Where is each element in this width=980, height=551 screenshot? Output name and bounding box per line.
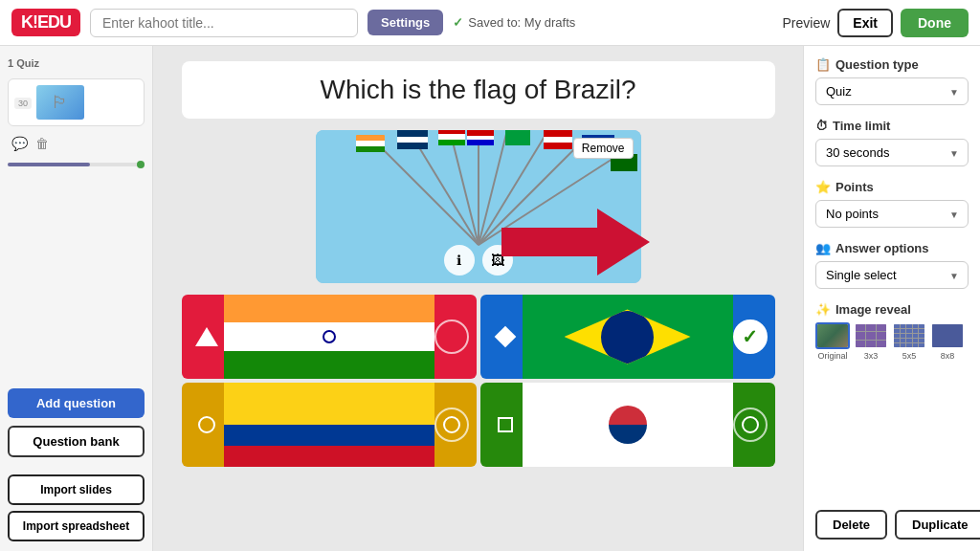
points-label: ⭐ Points xyxy=(815,180,969,194)
answer-cell-3[interactable] xyxy=(182,383,477,467)
preview-button[interactable]: Preview xyxy=(783,15,831,31)
reveal-original-preview xyxy=(817,324,848,347)
question-type-icon: 📋 xyxy=(815,57,831,72)
sidebar-bottom: Import slides Import spreadsheet xyxy=(8,474,145,541)
remove-button[interactable]: Remove xyxy=(573,138,634,159)
svg-rect-15 xyxy=(467,140,494,145)
answer-options-section: 👥 Answer options Single select ▼ xyxy=(815,241,969,289)
main-layout: 1 Quiz 30 🏳 💬 🗑 Add question Question ba… xyxy=(0,46,980,551)
answer-icon-square xyxy=(488,408,523,442)
question-type-section: 📋 Question type Quiz ▼ xyxy=(815,57,969,105)
reveal-5x5-img xyxy=(892,322,926,349)
question-type-select[interactable]: Quiz xyxy=(815,77,969,105)
canvas: Which is the flag of Brazil? xyxy=(153,46,803,551)
answer-icon-diamond xyxy=(488,320,523,354)
answers-grid: ✓ xyxy=(182,295,775,467)
svg-rect-11 xyxy=(438,140,465,145)
chat-icon[interactable]: 💬 xyxy=(11,136,28,151)
import-slides-button[interactable]: Import slides xyxy=(8,474,145,505)
reveal-5x5-label: 5x5 xyxy=(902,351,917,361)
reveal-3x3-grid xyxy=(856,324,886,347)
progress-bar xyxy=(8,163,145,166)
reveal-5x5-grid xyxy=(894,324,924,347)
image-reveal-label: ✨ Image reveal xyxy=(815,302,969,317)
reveal-3x3-img xyxy=(854,322,888,349)
answer-cell-1[interactable] xyxy=(182,295,477,379)
time-limit-section: ⏱ Time limit 30 seconds ▼ xyxy=(815,119,969,166)
time-limit-select-wrapper: 30 seconds ▼ xyxy=(815,139,969,166)
checkmark-correct: ✓ xyxy=(742,325,758,348)
sparkle-icon: ✨ xyxy=(815,302,831,317)
logo: K!EDU xyxy=(11,9,80,36)
reveal-8x8-label: 8x8 xyxy=(941,351,955,361)
answer-options-label: 👥 Answer options xyxy=(815,241,969,255)
answer-options-select[interactable]: Single select xyxy=(815,261,969,289)
quiz-item[interactable]: 30 🏳 xyxy=(8,78,145,126)
exit-button[interactable]: Exit xyxy=(837,9,893,37)
time-limit-select[interactable]: 30 seconds xyxy=(815,139,969,166)
answer-flag-colombia xyxy=(224,383,434,467)
question-type-label: 📋 Question type xyxy=(815,57,969,72)
points-select-wrapper: No points ▼ xyxy=(815,200,969,228)
info-button[interactable]: ℹ xyxy=(444,245,475,276)
right-panel: 📋 Question type Quiz ▼ ⏱ Time limit 30 s… xyxy=(803,46,980,551)
points-select[interactable]: No points xyxy=(815,200,969,228)
checkmark-icon: ✓ xyxy=(453,15,463,30)
points-section: ⭐ Points No points ▼ xyxy=(815,180,969,228)
reveal-5x5[interactable]: 5x5 xyxy=(892,322,926,361)
quiz-item-time: 30 xyxy=(14,98,32,109)
answer-options-icon: 👥 xyxy=(815,241,831,255)
svg-rect-14 xyxy=(467,136,494,140)
clock-icon: ⏱ xyxy=(815,119,828,133)
svg-rect-7 xyxy=(397,137,428,143)
reveal-original-img xyxy=(815,322,850,349)
saved-status: ✓ Saved to: My drafts xyxy=(453,15,772,30)
panel-bottom-actions: Delete Duplicate xyxy=(815,510,969,540)
sidebar: 1 Quiz 30 🏳 💬 🗑 Add question Question ba… xyxy=(0,46,153,551)
star-icon: ⭐ xyxy=(815,180,831,194)
svg-rect-13 xyxy=(467,130,494,136)
progress-dot xyxy=(137,161,145,168)
answer-icon-triangle xyxy=(189,320,224,354)
progress-fill xyxy=(8,163,90,166)
svg-rect-10 xyxy=(438,134,465,140)
answer-check-3 xyxy=(434,408,469,442)
quiz-label: 1 Quiz xyxy=(8,55,145,71)
sidebar-icons: 💬 🗑 xyxy=(8,134,145,153)
reveal-original[interactable]: Original xyxy=(815,322,850,361)
image-button[interactable]: 🖼 xyxy=(482,245,513,276)
answer-cell-2[interactable]: ✓ xyxy=(480,295,775,379)
reveal-3x3[interactable]: 3x3 xyxy=(854,322,888,361)
answer-check-2-correct: ✓ xyxy=(733,320,768,354)
trash-icon[interactable]: 🗑 xyxy=(35,136,49,151)
answer-cell-4[interactable] xyxy=(480,383,775,467)
media-controls: ℹ 🖼 xyxy=(444,245,513,276)
image-reveal-section: ✨ Image reveal Original xyxy=(815,302,969,361)
reveal-8x8-grid xyxy=(932,324,963,347)
answer-icon-circle xyxy=(189,408,224,442)
title-input[interactable] xyxy=(90,9,358,37)
reveal-options: Original 3x3 xyxy=(815,322,969,361)
reveal-original-label: Original xyxy=(817,351,847,361)
svg-rect-20 xyxy=(544,137,572,143)
add-question-button[interactable]: Add question xyxy=(8,388,145,418)
answer-check-1 xyxy=(434,320,469,354)
question-type-select-wrapper: Quiz ▼ xyxy=(815,77,969,105)
answer-check-4 xyxy=(733,408,768,442)
reveal-3x3-label: 3x3 xyxy=(864,351,879,361)
answer-flag-korea xyxy=(523,383,733,467)
saved-text: Saved to: My drafts xyxy=(468,15,575,30)
import-spreadsheet-button[interactable]: Import spreadsheet xyxy=(8,511,145,541)
delete-button[interactable]: Delete xyxy=(815,510,887,540)
question-bank-button[interactable]: Question bank xyxy=(8,426,145,457)
answer-flag-brazil xyxy=(523,295,733,379)
duplicate-button[interactable]: Duplicate xyxy=(895,510,980,540)
settings-button[interactable]: Settings xyxy=(368,10,443,35)
done-button[interactable]: Done xyxy=(901,9,969,37)
quiz-item-thumb: 🏳 xyxy=(36,85,84,120)
answer-options-select-wrapper: Single select ▼ xyxy=(815,261,969,289)
reveal-8x8[interactable]: 8x8 xyxy=(930,322,965,361)
time-limit-label: ⏱ Time limit xyxy=(815,119,969,133)
svg-rect-3 xyxy=(356,141,385,146)
header-right: Preview Exit Done xyxy=(783,9,969,37)
